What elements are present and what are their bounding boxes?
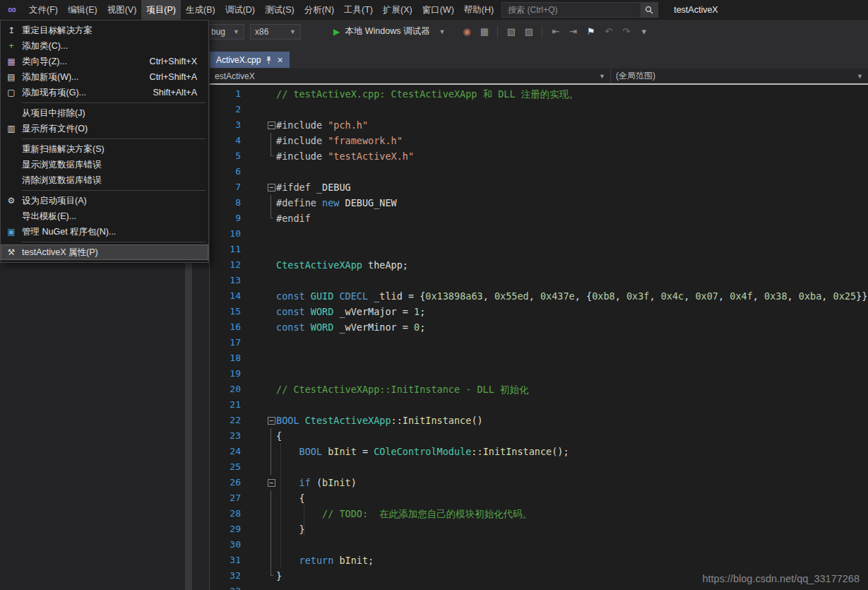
fold-column (266, 211, 276, 226)
menubar-item[interactable]: 文件(F) (24, 0, 63, 20)
code-line[interactable]: 33 (210, 584, 868, 590)
code-editor[interactable]: 1// testActiveX.cpp: CtestActiveXApp 和 D… (210, 85, 868, 590)
menubar-item[interactable]: 项目(P) (141, 0, 181, 20)
menu-separator (22, 138, 206, 139)
code-line[interactable]: 29 } (210, 521, 868, 537)
screenshot-icon[interactable]: ▦ (475, 26, 493, 37)
menubar-item[interactable]: 编辑(E) (63, 0, 102, 20)
fold-collapse-icon[interactable]: − (268, 417, 275, 425)
menubar-item[interactable]: 生成(B) (181, 0, 220, 20)
code-line[interactable]: 8#define new DEBUG_NEW (210, 195, 868, 211)
toolbar-overflow-icon[interactable]: ▾ (635, 26, 653, 37)
menu-item-exclude-from-project[interactable]: 从项目中排除(J) (1, 105, 208, 121)
code-line[interactable]: 27 { (210, 490, 868, 506)
tab-testactivex-cpp[interactable]: ActiveX.cpp × (210, 52, 290, 68)
start-debugging-button[interactable]: ▶ 本地 Windows 调试器 ▼ (333, 25, 445, 37)
menubar-item[interactable]: 工具(T) (339, 0, 378, 20)
menu-item-manage-nuget[interactable]: ▣管理 NuGet 程序包(N)... (1, 224, 208, 240)
menu-item-retarget-solution[interactable]: ↥重定目标解决方案 (1, 23, 208, 38)
code-line[interactable]: 5#include "testActiveX.h" (210, 148, 868, 164)
pin-icon[interactable] (266, 56, 272, 64)
fold-guide (270, 521, 271, 537)
menu-item-add-existing-item[interactable]: ▢添加现有项(G)...Shift+Alt+A (1, 85, 208, 100)
fold-guide-end (270, 568, 273, 576)
code-line[interactable]: 15const WORD _wVerMajor = 1; (210, 304, 868, 319)
close-icon[interactable]: × (277, 55, 283, 65)
menubar-item[interactable]: 测试(S) (260, 0, 299, 20)
scope-dropdown[interactable]: (全局范围)▼ (611, 69, 868, 83)
code-line[interactable]: 4#include "framework.h" (210, 133, 868, 148)
preview-window-icon[interactable]: ▨ (520, 26, 537, 37)
code-line[interactable]: 2 (210, 102, 868, 117)
menu-separator (22, 102, 206, 103)
code-line[interactable]: 7−#ifdef _DEBUG (210, 179, 868, 195)
indent-increase-icon[interactable]: ⇥ (564, 26, 582, 37)
bookmark-icon[interactable]: ⚑ (582, 26, 600, 37)
menubar-item[interactable]: 调试(D) (220, 0, 260, 20)
code-line[interactable]: 6 (210, 164, 868, 179)
search-icon[interactable] (641, 3, 658, 17)
show-all-files-icon[interactable]: ▧ (502, 26, 520, 37)
fold-column (266, 102, 276, 117)
menubar-item[interactable]: 视图(V) (102, 0, 142, 20)
line-number: 14 (210, 288, 241, 304)
indent-decrease-icon[interactable]: ⇤ (547, 26, 564, 37)
code-line[interactable]: 13 (210, 273, 868, 288)
search-box[interactable]: 搜索 (Ctrl+Q) (501, 2, 658, 18)
fold-guide (270, 459, 271, 475)
code-line[interactable]: 1// testActiveX.cpp: CtestActiveXApp 和 D… (210, 86, 868, 102)
menu-item-shortcut: Ctrl+Shift+X (150, 57, 208, 66)
fold-column[interactable]: − (266, 413, 276, 428)
line-number: 21 (210, 397, 241, 413)
menubar-item[interactable]: 扩展(X) (378, 0, 417, 20)
menu-item-clear-browse-db-errors[interactable]: 清除浏览数据库错误 (1, 172, 208, 188)
fold-column[interactable]: − (266, 179, 276, 195)
fold-collapse-icon[interactable]: − (268, 479, 275, 487)
platform-combo[interactable]: x86▼ (250, 24, 301, 40)
prev-bookmark-icon[interactable]: ↶ (600, 26, 617, 37)
code-line[interactable]: 20// CtestActiveXApp::InitInstance - DLL… (210, 382, 868, 397)
code-line[interactable]: 17 (210, 335, 868, 350)
menu-item-add-new-item[interactable]: ▤添加新项(W)...Ctrl+Shift+A (1, 69, 208, 85)
fold-collapse-icon[interactable]: − (268, 184, 275, 191)
fold-column[interactable]: − (266, 475, 276, 490)
indent-guide (304, 506, 304, 537)
code-line[interactable]: 9#endif (210, 211, 868, 226)
code-line[interactable]: 14const GUID CDECL _tlid = {0x13898a63, … (210, 288, 868, 304)
menu-item-project-properties[interactable]: ⚒testActiveX 属性(P) (1, 244, 208, 260)
code-line[interactable]: 21 (210, 397, 868, 413)
line-number: 23 (210, 428, 241, 444)
menu-item-add-class[interactable]: +添加类(C)... (1, 38, 208, 54)
menubar-item[interactable]: 帮助(H) (459, 0, 499, 20)
menu-item-show-all-files[interactable]: ▥显示所有文件(O) (1, 121, 208, 136)
next-bookmark-icon[interactable]: ↷ (617, 26, 635, 37)
fold-collapse-icon[interactable]: − (268, 122, 275, 129)
menubar-item[interactable]: 窗口(W) (417, 0, 459, 20)
code-line[interactable]: 28 // TODO: 在此添加您自己的模块初始化代码。 (210, 506, 868, 521)
code-line[interactable]: 30 (210, 537, 868, 553)
code-line[interactable]: 31 return bInit; (210, 553, 868, 568)
menu-item-set-as-startup[interactable]: ⚙设为启动项目(A) (1, 193, 208, 208)
menubar-item[interactable]: 分析(N) (299, 0, 339, 20)
code-line[interactable]: 26− if (bInit) (210, 475, 868, 490)
menu-item-show-browse-db-errors[interactable]: 显示浏览数据库错误 (1, 157, 208, 172)
types-dropdown[interactable]: estActiveX▼ (210, 69, 611, 83)
code-line[interactable]: 12CtestActiveXApp theApp; (210, 257, 868, 273)
code-line[interactable]: 16const WORD _wVerMinor = 0; (210, 319, 868, 335)
hot-reload-icon[interactable]: ◉ (458, 26, 475, 37)
code-line[interactable]: 22−BOOL CtestActiveXApp::InitInstance() (210, 413, 868, 428)
code-line[interactable]: 25 (210, 459, 868, 475)
menu-item-class-wizard[interactable]: ▦类向导(Z)...Ctrl+Shift+X (1, 54, 208, 69)
line-number: 8 (210, 195, 241, 211)
code-line[interactable]: 24 BOOL bInit = COleControlModule::InitI… (210, 444, 868, 459)
line-number: 20 (210, 382, 241, 397)
code-line[interactable]: 10 (210, 226, 868, 242)
menu-item-export-template[interactable]: 导出模板(E)... (1, 208, 208, 224)
menu-item-rescan-solution[interactable]: 重新扫描解决方案(S) (1, 141, 208, 157)
code-line[interactable]: 19 (210, 366, 868, 382)
code-line[interactable]: 23{ (210, 428, 868, 444)
fold-column[interactable]: − (266, 117, 276, 133)
code-line[interactable]: 3−#include "pch.h" (210, 117, 868, 133)
code-line[interactable]: 11 (210, 242, 868, 257)
code-line[interactable]: 18 (210, 350, 868, 366)
